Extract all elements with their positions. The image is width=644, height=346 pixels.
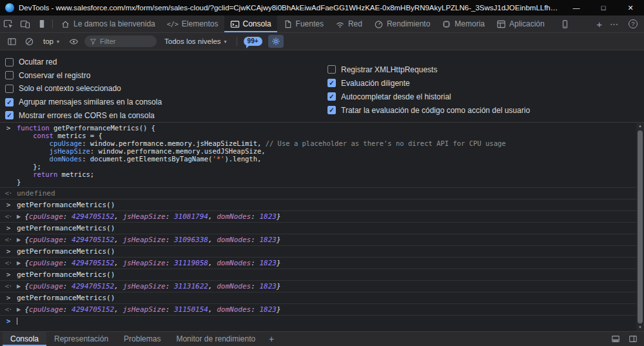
output-arrow-icon: <·	[0, 212, 17, 221]
tab-label: Rendimiento	[387, 19, 430, 28]
checkbox-label: Mostrar errores de CORS en la consola	[19, 111, 155, 120]
tab-aplicacion[interactable]: Aplicación	[491, 15, 551, 32]
object-preview: {cpuUsage: 4294705152, jsHeapSize: 31131…	[24, 282, 280, 290]
code-line: function getPerformanceMetrics() {	[17, 124, 506, 132]
console-setting[interactable]: Ocultar red	[5, 56, 327, 69]
log-levels-value: Todos los niveles	[164, 37, 221, 45]
context-selector-dropdown[interactable]: top ▾	[40, 36, 63, 46]
console-settings-panel: Ocultar redConservar el registroSolo el …	[0, 50, 644, 123]
object-preview: {cpuUsage: 4294705152, jsHeapSize: 31081…	[24, 212, 280, 221]
checkbox-icon	[5, 98, 14, 107]
drawer-tab-label: Problemas	[124, 334, 161, 343]
console-code-block: function getPerformanceMetrics() { const…	[17, 124, 506, 186]
console-result-row: <·▶{cpuUsage: 4294705152, jsHeapSize: 31…	[0, 281, 636, 292]
scrollbar-thumb[interactable]	[638, 130, 643, 323]
drawer-tab-problemas[interactable]: Problemas	[116, 332, 168, 346]
minimize-button[interactable]: —	[563, 0, 590, 15]
input-chevron-icon: >	[0, 270, 17, 279]
tab-bienvenida[interactable]: Le damos la bienvenida	[55, 15, 161, 32]
chevron-down-icon: ▾	[224, 39, 227, 45]
tab-label: Aplicación	[509, 19, 545, 28]
console-setting[interactable]: Mostrar errores de CORS en la consola	[5, 108, 327, 122]
drawer-tab-consola[interactable]: Consola	[3, 332, 46, 346]
output-arrow-icon: <·	[0, 305, 17, 314]
tab-consola[interactable]: Consola	[224, 15, 277, 32]
object-preview: {cpuUsage: 4294705152, jsHeapSize: 31096…	[24, 236, 280, 244]
expand-triangle-icon[interactable]: ▶	[17, 212, 21, 221]
vertical-scrollbar[interactable]: ▲ ▼	[636, 123, 644, 331]
console-setting[interactable]: Solo el contexto seleccionado	[5, 82, 327, 96]
expand-triangle-icon[interactable]: ▶	[17, 259, 21, 267]
checkbox-label: Autocompletar desde el historial	[341, 92, 451, 101]
tab-elementos[interactable]: </> Elementos	[161, 15, 224, 32]
console-toolbar: top ▾ Todos los niveles ▾ 99+	[0, 33, 644, 50]
more-menu-icon[interactable]: ⋯	[610, 19, 619, 29]
drawer-tab-representacion[interactable]: Representación	[46, 332, 116, 346]
console-settings-gear-icon[interactable]	[268, 35, 284, 48]
phone-emulation-icon[interactable]	[34, 15, 50, 32]
code-line: const metrics = {	[17, 132, 506, 139]
device-toolbar-icon[interactable]	[17, 15, 34, 32]
expand-triangle-icon[interactable]: ▶	[17, 236, 21, 244]
log-levels-dropdown[interactable]: Todos los niveles ▾	[161, 36, 230, 46]
console-prompt-row: >	[0, 316, 636, 327]
console-setting[interactable]: Autocompletar desde el historial	[327, 90, 530, 103]
live-expression-eye-icon[interactable]	[67, 35, 80, 48]
expand-triangle-icon[interactable]: ▶	[17, 305, 21, 314]
tab-label: Memoria	[454, 19, 485, 28]
output-arrow-icon: <·	[0, 259, 17, 267]
tab-red[interactable]: Red	[329, 15, 368, 32]
tab-fuentes[interactable]: Fuentes	[277, 15, 329, 32]
expand-triangle-icon[interactable]: ▶	[17, 282, 21, 290]
scroll-down-icon[interactable]: ▼	[638, 324, 642, 331]
console-result-row: <·undefined	[0, 188, 636, 199]
object-preview: {cpuUsage: 4294705152, jsHeapSize: 31150…	[24, 305, 280, 314]
dock-side-icon[interactable]	[629, 334, 638, 343]
result-value: undefined	[17, 189, 55, 198]
add-tab-button[interactable]: +	[590, 15, 609, 32]
checkbox-label: Registrar XMLHttpRequests	[341, 65, 437, 74]
text-cursor[interactable]	[17, 318, 17, 325]
console-setting[interactable]: Registrar XMLHttpRequests	[327, 63, 530, 76]
close-button[interactable]: ✕	[617, 0, 644, 15]
devtools-logo-icon	[5, 3, 14, 12]
tab-memoria[interactable]: Memoria	[436, 15, 491, 32]
scroll-up-icon[interactable]: ▲	[638, 123, 642, 130]
console-input-row: >getPerformanceMetrics()	[0, 199, 636, 211]
input-chevron-icon: >	[0, 124, 17, 132]
add-drawer-tab-button[interactable]: +	[263, 332, 280, 346]
maximize-button[interactable]: □	[590, 0, 617, 15]
console-setting[interactable]: Conservar el registro	[5, 69, 327, 83]
checkbox-icon	[5, 111, 14, 119]
window-title: DevTools - www.salesforce.com/mx/form/se…	[19, 4, 558, 12]
console-sidebar-icon[interactable]	[5, 35, 18, 48]
issues-counter-bubble-icon[interactable]: 99+	[244, 37, 262, 46]
console-setting[interactable]: Tratar la evaluación de código como acci…	[327, 103, 530, 117]
issues-count: 99+	[248, 37, 259, 45]
tab-label: Le damos la bienvenida	[73, 19, 155, 28]
object-preview: {cpuUsage: 4294705152, jsHeapSize: 31119…	[24, 259, 280, 267]
filter-input[interactable]	[100, 37, 151, 45]
inspect-icon[interactable]	[0, 15, 17, 32]
drawer-tab-monitor-rendimiento[interactable]: Monitor de rendimiento	[168, 332, 263, 346]
code-brackets-icon: </>	[167, 21, 179, 28]
tabbar-right-actions: ⋯ ?	[610, 15, 644, 32]
checkbox-icon	[327, 79, 336, 87]
tab-rendimiento[interactable]: Rendimiento	[368, 15, 436, 32]
home-icon	[61, 19, 70, 29]
document-icon	[283, 19, 293, 29]
console-setting[interactable]: Agrupar mensajes similares en la consola	[5, 96, 327, 109]
tab-dispositivos[interactable]	[554, 15, 576, 32]
application-icon	[496, 19, 506, 29]
output-arrow-icon: <·	[0, 236, 17, 244]
console-setting[interactable]: Evaluación diligente	[327, 76, 530, 90]
console-input-code-row: >function getPerformanceMetrics() { cons…	[0, 123, 636, 188]
input-chevron-icon: >	[0, 201, 17, 209]
dock-bottom-icon[interactable]	[611, 334, 620, 343]
help-icon[interactable]: ?	[629, 19, 638, 28]
prompt-chevron-icon: >	[0, 317, 17, 325]
clear-console-icon[interactable]	[23, 35, 35, 48]
checkbox-label: Evaluación diligente	[341, 79, 410, 88]
checkbox-label: Ocultar red	[19, 57, 57, 66]
input-chevron-icon: >	[0, 247, 17, 256]
